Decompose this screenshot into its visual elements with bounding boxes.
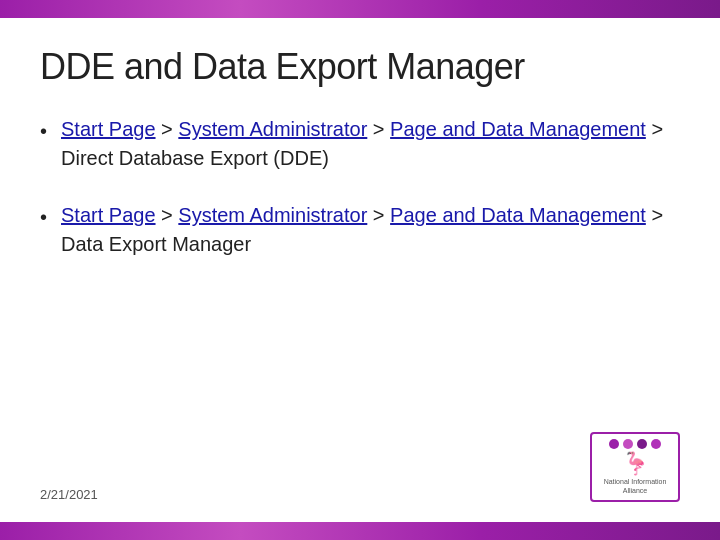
sep-1-2: >	[373, 118, 390, 140]
sep-2-1: >	[161, 204, 178, 226]
bullet-text-2: Start Page > System Administrator > Page…	[61, 201, 680, 259]
sep-1-1: >	[161, 118, 178, 140]
bullet-text-1: Start Page > System Administrator > Page…	[61, 115, 680, 173]
date-label: 2/21/2021	[40, 487, 98, 502]
slide-content: DDE and Data Export Manager • Start Page…	[0, 18, 720, 522]
logo-dots	[609, 439, 661, 449]
link-page-data-1[interactable]: Page and Data Management	[390, 118, 646, 140]
link-start-page-2[interactable]: Start Page	[61, 204, 156, 226]
logo-dot-1	[609, 439, 619, 449]
logo-text: National InformationAlliance	[604, 477, 667, 495]
sep-2-2: >	[373, 204, 390, 226]
footer-area: 2/21/2021 🦩 National InformationAlliance	[40, 422, 680, 502]
link-sys-admin-2[interactable]: System Administrator	[178, 204, 367, 226]
logo-inner: 🦩 National InformationAlliance	[598, 440, 672, 494]
link-page-data-2[interactable]: Page and Data Management	[390, 204, 646, 226]
logo-flamingo-icon: 🦩	[622, 453, 649, 475]
logo-dot-2	[623, 439, 633, 449]
link-sys-admin-1[interactable]: System Administrator	[178, 118, 367, 140]
logo-dot-4	[651, 439, 661, 449]
bottom-bar	[0, 522, 720, 540]
logo-dot-3	[637, 439, 647, 449]
link-start-page-1[interactable]: Start Page	[61, 118, 156, 140]
bullet-list: • Start Page > System Administrator > Pa…	[40, 115, 680, 422]
bullet-dot-2: •	[40, 203, 47, 232]
slide-title: DDE and Data Export Manager	[40, 46, 680, 87]
bullet-item-2: • Start Page > System Administrator > Pa…	[40, 201, 680, 259]
top-bar	[0, 0, 720, 18]
bullet-dot-1: •	[40, 117, 47, 146]
bullet-item-1: • Start Page > System Administrator > Pa…	[40, 115, 680, 173]
logo-badge: 🦩 National InformationAlliance	[590, 432, 680, 502]
